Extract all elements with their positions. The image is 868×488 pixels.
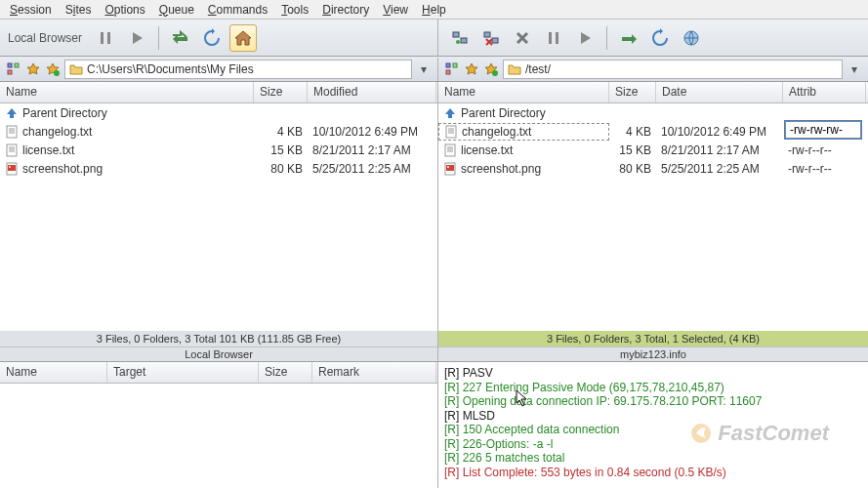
refresh-icon[interactable] bbox=[198, 24, 226, 52]
cell-date: 8/21/2011 2:17 AM bbox=[656, 142, 783, 158]
transfer-icon[interactable] bbox=[167, 24, 194, 52]
column-header[interactable]: Date bbox=[656, 82, 783, 102]
log-line: [R] 226 5 matches total bbox=[444, 451, 862, 466]
file-name: license.txt bbox=[22, 143, 74, 157]
column-header[interactable]: Size bbox=[259, 362, 312, 383]
svg-rect-22 bbox=[7, 144, 17, 156]
cell-size bbox=[254, 112, 308, 114]
file-row[interactable]: Parent Directory bbox=[438, 103, 868, 122]
column-header[interactable]: Attrib bbox=[783, 82, 866, 102]
cell-modified: 8/21/2011 2:17 AM bbox=[308, 142, 436, 158]
remote-pane: NameSizeDateAttrib Parent Directorychang… bbox=[438, 82, 868, 331]
svg-point-28 bbox=[9, 166, 11, 168]
log-line: [R] 227 Entering Passive Mode (69,175,78… bbox=[444, 381, 862, 395]
path-bar: C:\Users\R\Documents\My Files ▾ /test/ ▾ bbox=[0, 57, 868, 82]
chevron-down-icon[interactable]: ▾ bbox=[847, 61, 862, 77]
column-header[interactable]: Name bbox=[0, 82, 254, 102]
svg-rect-7 bbox=[549, 32, 552, 44]
cell-name: Parent Directory bbox=[438, 105, 609, 121]
watermark: FastComet bbox=[688, 421, 829, 446]
file-name: changelog.txt bbox=[22, 125, 92, 139]
disconnect-icon[interactable] bbox=[477, 24, 505, 52]
file-row[interactable]: license.txt15 KB8/21/2011 2:17 AM-rw-r--… bbox=[438, 141, 868, 159]
file-name: screenshot.png bbox=[461, 162, 541, 176]
up-icon bbox=[5, 106, 19, 120]
column-header[interactable]: Name bbox=[438, 82, 609, 102]
cell-name: changelog.txt bbox=[438, 123, 609, 141]
local-status: 3 Files, 0 Folders, 3 Total 101 KB (111.… bbox=[0, 331, 438, 346]
cell-modified bbox=[308, 112, 436, 114]
menu-help[interactable]: Help bbox=[416, 1, 452, 19]
tree-icon[interactable] bbox=[6, 61, 21, 77]
column-header[interactable]: Remark bbox=[312, 362, 436, 383]
cell-name: Parent Directory bbox=[0, 105, 254, 121]
tree-icon[interactable] bbox=[444, 61, 460, 77]
cell-name: license.txt bbox=[0, 142, 254, 158]
file-row[interactable]: screenshot.png80 KB5/25/2011 2:25 AM-rw-… bbox=[438, 159, 868, 178]
remote-status: 3 Files, 0 Folders, 3 Total, 1 Selected,… bbox=[438, 331, 868, 346]
menu-sites[interactable]: Sites bbox=[60, 1, 98, 19]
menu-queue[interactable]: Queue bbox=[153, 1, 200, 19]
cell-attrib bbox=[783, 112, 866, 114]
queue-panel: NameTargetSizeRemark bbox=[0, 362, 438, 488]
path-local-field[interactable]: C:\Users\R\Documents\My Files bbox=[64, 60, 412, 79]
menu-options[interactable]: Options bbox=[99, 1, 150, 19]
svg-rect-2 bbox=[453, 32, 459, 37]
menu-view[interactable]: View bbox=[377, 1, 414, 19]
file-row[interactable]: screenshot.png80 KB5/25/2011 2:25 AM bbox=[0, 159, 437, 178]
chevron-down-icon[interactable]: ▾ bbox=[416, 61, 432, 77]
path-remote-field[interactable]: /test/ bbox=[503, 60, 843, 79]
cell-size: 15 KB bbox=[254, 142, 308, 158]
play-icon[interactable] bbox=[123, 24, 150, 52]
star-add-icon[interactable] bbox=[45, 61, 61, 77]
globe-icon[interactable] bbox=[678, 24, 705, 52]
pause-remote-icon[interactable] bbox=[540, 24, 567, 52]
remote-file-list[interactable]: Parent Directorychangelog.txt4 KB10/10/2… bbox=[438, 103, 868, 331]
star-icon[interactable] bbox=[464, 61, 479, 77]
transfer-remote-icon[interactable] bbox=[615, 24, 642, 52]
column-header[interactable]: Size bbox=[609, 82, 656, 102]
svg-rect-11 bbox=[15, 63, 19, 67]
cell-name: screenshot.png bbox=[0, 161, 254, 177]
column-header[interactable]: Name bbox=[0, 362, 107, 383]
menu-tools[interactable]: Tools bbox=[275, 1, 314, 19]
log-panel[interactable]: FastComet [R] PASV[R] 227 Entering Passi… bbox=[438, 362, 868, 488]
column-header[interactable]: Modified bbox=[308, 82, 436, 102]
svg-point-4 bbox=[456, 40, 460, 44]
pause-icon[interactable] bbox=[92, 24, 119, 52]
menu-directory[interactable]: Directory bbox=[316, 1, 375, 19]
star-icon[interactable] bbox=[25, 61, 41, 77]
cell-date: 10/10/2012 6:49 PM bbox=[656, 124, 783, 140]
path-remote: /test/ ▾ bbox=[438, 58, 868, 81]
svg-rect-18 bbox=[7, 126, 17, 138]
home-icon[interactable] bbox=[229, 24, 257, 52]
column-header[interactable]: Target bbox=[107, 362, 259, 383]
column-header[interactable]: Size bbox=[254, 82, 308, 102]
queue-columns: NameTargetSizeRemark bbox=[0, 362, 437, 384]
txt-icon bbox=[443, 143, 457, 157]
local-columns: NameSizeModified bbox=[0, 82, 437, 103]
toolbar-local: Local Browser bbox=[0, 20, 438, 57]
cell-attrib: -rw-r--r-- bbox=[783, 142, 866, 158]
cell-name: license.txt bbox=[438, 142, 609, 158]
cell-name: screenshot.png bbox=[438, 161, 609, 177]
svg-rect-3 bbox=[461, 38, 467, 43]
menu-commands[interactable]: Commands bbox=[202, 1, 273, 19]
play-remote-icon[interactable] bbox=[571, 24, 599, 52]
cell-modified: 10/10/2012 6:49 PM bbox=[308, 124, 436, 140]
file-row[interactable]: Parent Directory bbox=[0, 103, 437, 122]
star-add-icon[interactable] bbox=[483, 61, 499, 77]
txt-icon bbox=[5, 143, 19, 157]
cell-attrib: -rw-r--r-- bbox=[783, 161, 866, 177]
menu-session[interactable]: Session bbox=[4, 1, 58, 19]
attrib-edit-input[interactable] bbox=[785, 121, 861, 139]
file-row[interactable]: license.txt15 KB8/21/2011 2:17 AM bbox=[0, 141, 437, 159]
abort-icon[interactable] bbox=[509, 24, 536, 52]
png-icon bbox=[5, 162, 19, 176]
queue-list[interactable] bbox=[0, 384, 437, 488]
local-file-list[interactable]: Parent Directorychangelog.txt4 KB10/10/2… bbox=[0, 103, 437, 331]
refresh-remote-icon[interactable] bbox=[646, 24, 674, 52]
file-row[interactable]: changelog.txt4 KB10/10/2012 6:49 PM bbox=[0, 122, 437, 141]
txt-icon bbox=[444, 125, 458, 139]
connect-icon[interactable] bbox=[446, 24, 474, 52]
